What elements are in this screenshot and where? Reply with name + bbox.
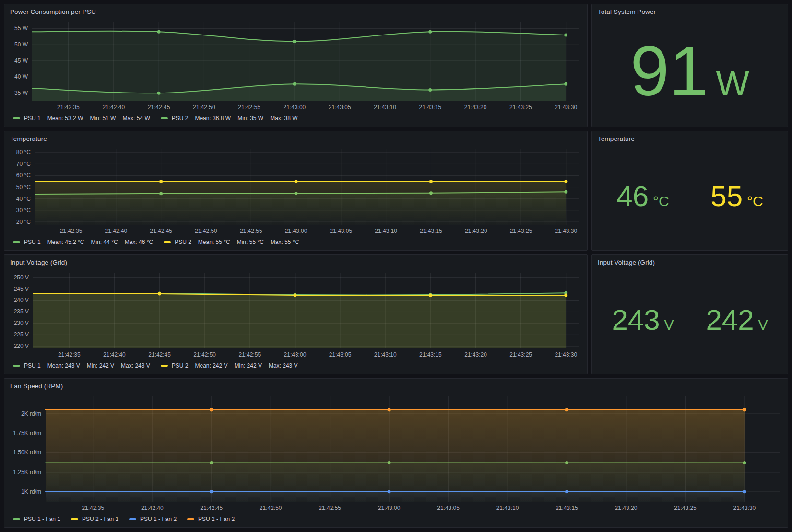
y-axis-tick-label: 250 V: [14, 274, 29, 281]
legend-series-stat: Mean: 242 V: [195, 362, 228, 369]
x-axis-tick-label: 21:43:15: [419, 351, 442, 358]
legend-series-name[interactable]: PSU 2: [172, 362, 189, 369]
stat-unit: V: [664, 318, 674, 332]
legend-series-name[interactable]: PSU 1: [24, 115, 41, 122]
x-axis-tick-label: 21:43:20: [464, 351, 487, 358]
psu1-temperature-value: 46 °C: [616, 182, 669, 211]
temperature-chart-plot[interactable]: 20 °C30 °C40 °C50 °C60 °C70 °C80 °C21:42…: [8, 145, 583, 236]
legend-color-swatch: [129, 518, 136, 520]
x-axis-tick-label: 21:42:55: [238, 351, 261, 358]
panel-title-fan-speed[interactable]: Fan Speed (RPM): [8, 382, 784, 393]
legend-series-stat: Max: 46 °C: [125, 239, 153, 245]
stat-cell: 243 V: [596, 306, 690, 335]
grafana-dashboard: Power Consumption per PSU 35 W40 W45 W50…: [0, 0, 792, 532]
y-axis-tick-label: 235 V: [14, 308, 29, 315]
panel-title-temperature[interactable]: Temperature: [8, 135, 583, 145]
legend-series-stat: Min: 44 °C: [91, 239, 118, 245]
x-axis-tick-label: 21:42:50: [193, 351, 216, 358]
panel-total-system-power: Total System Power 91 W: [591, 4, 788, 127]
x-axis-tick-label: 21:43:10: [496, 505, 519, 511]
panel-input-voltage-stat: Input Voltage (Grid) 243 V 242 V: [591, 254, 788, 374]
legend-item-psu-2-fan-1[interactable]: PSU 2 - Fan 1: [71, 516, 118, 522]
legend-series-stat: Mean: 45.2 °C: [47, 239, 84, 245]
panel-title-temperature-stat[interactable]: Temperature: [596, 135, 784, 145]
x-axis-tick-label: 21:43:20: [465, 228, 487, 234]
legend-series-stat: Max: 38 W: [270, 115, 297, 122]
dashboard-row-3: Input Voltage (Grid) 220 V225 V230 V235 …: [4, 254, 788, 374]
y-axis-tick-label: 20 °C: [16, 219, 31, 225]
x-axis-tick-label: 21:43:05: [329, 104, 351, 111]
legend-item-psu-2-fan-2[interactable]: PSU 2 - Fan 2: [187, 516, 235, 522]
legend-color-swatch: [13, 518, 20, 520]
dashboard-row-4: Fan Speed (RPM) 1K rd/m1.25K rd/m1.50K r…: [4, 378, 788, 528]
x-axis-tick-label: 21:42:40: [141, 505, 164, 511]
x-axis-tick-label: 21:43:00: [284, 351, 307, 358]
legend-item-psu-1[interactable]: PSU 1Mean: 53.2 WMin: 51 WMax: 54 W: [13, 115, 150, 122]
x-axis-tick-label: 21:43:30: [555, 228, 578, 234]
legend-series-stat: Min: 51 W: [90, 115, 116, 122]
psu2-temperature-value: 55 °C: [710, 182, 763, 211]
legend-series-name[interactable]: PSU 1: [24, 239, 41, 245]
legend-color-swatch: [13, 117, 20, 119]
legend-item-psu-2[interactable]: PSU 2Mean: 55 °CMin: 55 °CMax: 55 °C: [164, 239, 299, 245]
legend-series-stat: Min: 242 V: [235, 362, 262, 369]
panel-title-voltage[interactable]: Input Voltage (Grid): [8, 258, 583, 269]
total-power-stat: 91 W: [596, 18, 784, 124]
fan-speed-chart-plot[interactable]: 1K rd/m1.25K rd/m1.50K rd/m1.75K rd/m2K …: [8, 393, 784, 513]
stat-cell: 242 V: [690, 306, 784, 335]
legend-series-name[interactable]: PSU 2: [175, 239, 191, 245]
x-axis-tick-label: 21:42:35: [82, 505, 104, 511]
legend-color-swatch: [13, 365, 20, 367]
x-axis-tick-label: 21:43:15: [556, 505, 578, 511]
voltage-chart-plot[interactable]: 220 V225 V230 V235 V240 V245 V250 V21:42…: [8, 269, 583, 360]
stat-cell: 46 °C: [596, 182, 690, 211]
stat-unit: °C: [653, 194, 669, 208]
x-axis-tick-label: 21:43:15: [419, 104, 441, 111]
x-axis-tick-label: 21:42:50: [193, 104, 215, 111]
legend-item-psu-2[interactable]: PSU 2Mean: 242 VMin: 242 VMax: 243 V: [161, 362, 298, 369]
legend-series-name[interactable]: PSU 1: [24, 362, 41, 369]
legend-series-stat: Min: 35 W: [237, 115, 263, 122]
panel-title-total-power[interactable]: Total System Power: [596, 8, 784, 18]
panel-fan-speed: Fan Speed (RPM) 1K rd/m1.25K rd/m1.50K r…: [4, 378, 788, 528]
panel-title-power[interactable]: Power Consumption per PSU: [8, 8, 583, 18]
y-axis-tick-label: 45 W: [14, 58, 28, 64]
y-axis-tick-label: 225 V: [14, 331, 29, 338]
legend-series-stat: Max: 243 V: [121, 362, 150, 369]
legend-series-stat: Min: 242 V: [87, 362, 114, 369]
legend-item-psu-1-fan-1[interactable]: PSU 1 - Fan 1: [13, 516, 60, 522]
y-axis-tick-label: 240 V: [14, 297, 29, 303]
legend-series-stat: Max: 243 V: [269, 362, 298, 369]
dashboard-row-1: Power Consumption per PSU 35 W40 W45 W50…: [4, 4, 788, 127]
legend-series-name[interactable]: PSU 2 - Fan 2: [198, 516, 235, 522]
power-chart-plot[interactable]: 35 W40 W45 W50 W55 W21:42:3521:42:4021:4…: [8, 18, 583, 113]
legend-series-stat: Min: 55 °C: [237, 239, 264, 245]
legend-item-psu-1[interactable]: PSU 1Mean: 243 VMin: 242 VMax: 243 V: [13, 362, 150, 369]
x-axis-tick-label: 21:43:25: [674, 505, 697, 511]
x-axis-tick-label: 21:43:30: [555, 351, 577, 358]
temperature-chart-legend: PSU 1Mean: 45.2 °CMin: 44 °CMax: 46 °CPS…: [8, 236, 583, 248]
legend-series-name[interactable]: PSU 2 - Fan 1: [82, 516, 118, 522]
legend-item-psu-2[interactable]: PSU 2Mean: 36.8 WMin: 35 WMax: 38 W: [161, 115, 298, 122]
legend-item-psu-1-fan-2[interactable]: PSU 1 - Fan 2: [129, 516, 177, 522]
legend-item-psu-1[interactable]: PSU 1Mean: 45.2 °CMin: 44 °CMax: 46 °C: [13, 239, 153, 245]
legend-series-name[interactable]: PSU 1 - Fan 1: [24, 516, 60, 522]
legend-series-name[interactable]: PSU 1 - Fan 2: [140, 516, 177, 522]
panel-title-voltage-stat[interactable]: Input Voltage (Grid): [596, 258, 784, 269]
dashboard-row-2: Temperature 20 °C30 °C40 °C50 °C60 °C70 …: [4, 131, 788, 251]
stat-number: 243: [612, 306, 660, 335]
x-axis-tick-label: 21:42:50: [260, 505, 282, 511]
y-axis-tick-label: 40 °C: [16, 196, 31, 202]
x-axis-tick-label: 21:43:30: [733, 505, 756, 511]
voltage-chart-legend: PSU 1Mean: 243 VMin: 242 VMax: 243 VPSU …: [8, 360, 583, 371]
legend-series-name[interactable]: PSU 2: [172, 115, 189, 122]
y-axis-tick-label: 80 °C: [16, 149, 31, 156]
temperature-stats: 46 °C 55 °C: [596, 145, 784, 248]
total-power-value: 91 W: [630, 36, 749, 106]
chart-svg: 20 °C30 °C40 °C50 °C60 °C70 °C80 °C21:42…: [8, 145, 583, 236]
fan-speed-chart-legend: PSU 1 - Fan 1PSU 2 - Fan 1PSU 1 - Fan 2P…: [8, 513, 784, 525]
x-axis-tick-label: 21:42:35: [57, 104, 80, 111]
chart-svg: 1K rd/m1.25K rd/m1.50K rd/m1.75K rd/m2K …: [8, 393, 784, 513]
y-axis-tick-label: 70 °C: [16, 161, 31, 167]
panel-power-consumption: Power Consumption per PSU 35 W40 W45 W50…: [4, 4, 588, 127]
